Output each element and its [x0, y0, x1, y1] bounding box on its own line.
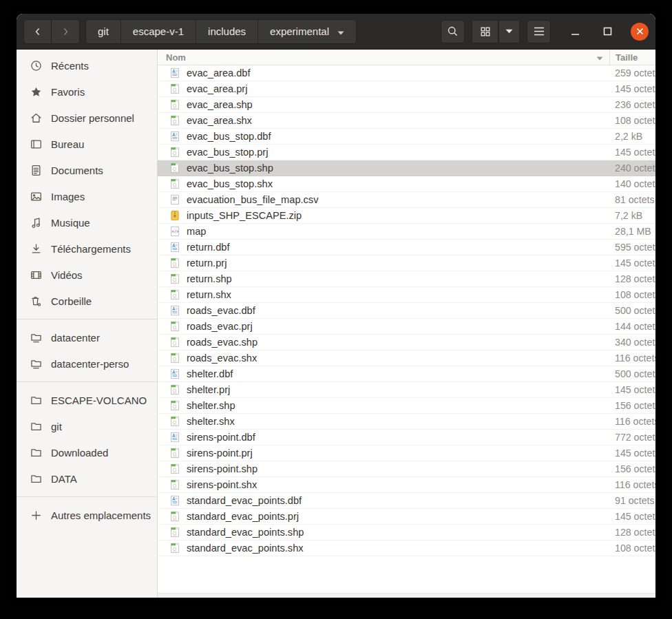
- shapefile-icon: [169, 321, 180, 332]
- file-row[interactable]: A sirens-point.dbf 772 octets: [158, 430, 655, 445]
- file-row[interactable]: sirens-point.prj 145 octets: [158, 445, 655, 461]
- file-size: 128 octets: [609, 527, 655, 538]
- sidebar-item-datacenter[interactable]: datacenter: [17, 324, 157, 350]
- file-row[interactable]: sirens-point.shx 116 octets: [158, 477, 655, 493]
- file-row[interactable]: inputs_SHP_ESCAPE.zip 7,2 kB: [158, 208, 655, 224]
- sidebar-item-musique[interactable]: Musique: [17, 209, 157, 235]
- file-row[interactable]: standard_evac_points.shp 128 octets: [158, 525, 655, 541]
- sidebar-item-git[interactable]: git: [17, 413, 157, 439]
- breadcrumb-item[interactable]: git: [86, 20, 120, 43]
- file-size: 108 octets: [609, 289, 655, 300]
- breadcrumb-item[interactable]: experimental: [258, 20, 356, 43]
- file-row[interactable]: A standard_evac_points.dbf 91 octets: [158, 493, 655, 509]
- svg-text:A: A: [172, 306, 176, 311]
- forward-button[interactable]: [52, 19, 80, 44]
- file-row[interactable]: evac_bus_stop.shx 140 octets: [158, 176, 655, 192]
- close-button[interactable]: [631, 23, 649, 41]
- sidebar-item-r-cents[interactable]: Récents: [17, 52, 157, 78]
- sidebar-item-label: Téléchargements: [51, 243, 131, 255]
- sidebar-item-t-l-chargements[interactable]: Téléchargements: [17, 235, 157, 262]
- zip-icon: [169, 210, 180, 221]
- trash-icon: [30, 295, 42, 307]
- breadcrumb-label: escape-v-1: [133, 25, 184, 37]
- file-row[interactable]: roads_evac.shp 340 octets: [158, 335, 655, 350]
- sidebar-item-bureau[interactable]: Bureau: [17, 131, 157, 157]
- breadcrumb-item[interactable]: includes: [196, 20, 258, 43]
- file-row[interactable]: shelter.shx 116 octets: [158, 414, 655, 430]
- file-size: 156 octets: [609, 400, 655, 411]
- file-row[interactable]: evac_area.prj 145 octets: [158, 81, 655, 97]
- file-row[interactable]: A evac_area.dbf 259 octets: [158, 65, 655, 81]
- file-row[interactable]: shelter.prj 145 octets: [158, 382, 655, 398]
- column-header-name[interactable]: Nom: [158, 50, 609, 65]
- file-row[interactable]: standard_evac_points.prj 145 octets: [158, 509, 655, 525]
- file-row[interactable]: A roads_evac.dbf 500 octets: [158, 303, 655, 319]
- horizontal-scrollbar[interactable]: [158, 593, 655, 598]
- file-name-cell: return.shx: [158, 289, 609, 300]
- sidebar-item-dossier-personnel[interactable]: Dossier personnel: [17, 105, 157, 131]
- file-name: evac_area.shp: [187, 99, 253, 110]
- sidebar-item-label: Vidéos: [51, 269, 83, 281]
- file-name: evac_area.prj: [187, 83, 247, 94]
- shapefile-icon: [169, 448, 180, 459]
- maximize-button[interactable]: [598, 23, 616, 41]
- sidebar-item-autres-emplacements[interactable]: Autres emplacements: [17, 502, 157, 528]
- file-name-cell: evac_bus_stop.prj: [158, 147, 609, 158]
- clock-icon: [30, 60, 42, 72]
- file-row[interactable]: return.shx 108 octets: [158, 287, 655, 303]
- sidebar-item-documents[interactable]: Documents: [17, 157, 157, 183]
- file-row[interactable]: evac_bus_stop.shp 240 octets: [158, 160, 655, 176]
- shapefile-icon: [169, 147, 180, 158]
- file-row[interactable]: return.shp 128 octets: [158, 271, 655, 287]
- grid-view-button[interactable]: [472, 20, 498, 43]
- sidebar-item-data[interactable]: DATA: [17, 465, 157, 492]
- search-button[interactable]: [441, 20, 465, 43]
- file-row[interactable]: roads_evac.prj 144 octets: [158, 319, 655, 335]
- file-row[interactable]: evac_area.shx 108 octets: [158, 113, 655, 129]
- sidebar-item-label: git: [51, 421, 62, 432]
- sidebar-item-downloaded[interactable]: Downloaded: [17, 439, 157, 465]
- file-row[interactable]: evacuation_bus_file_map.csv 81 octets: [158, 192, 655, 208]
- file-name-cell: </> map: [158, 226, 609, 237]
- view-options-dropdown[interactable]: [498, 20, 520, 43]
- sidebar-item-datacenter-perso[interactable]: datacenter-perso: [17, 350, 157, 377]
- file-name-cell: A evac_area.dbf: [158, 67, 609, 78]
- file-row[interactable]: A evac_bus_stop.dbf 2,2 kB: [158, 129, 655, 145]
- file-row[interactable]: evac_area.shp 236 octets: [158, 97, 655, 113]
- file-row[interactable]: </> map 28,1 MB: [158, 224, 655, 240]
- file-row[interactable]: A return.dbf 595 octets: [158, 240, 655, 255]
- file-size: 500 octets: [609, 368, 655, 379]
- file-row[interactable]: roads_evac.shx 116 octets: [158, 350, 655, 366]
- file-name: evac_bus_stop.dbf: [187, 131, 271, 142]
- back-button[interactable]: [23, 19, 52, 44]
- shapefile-icon: [169, 115, 180, 126]
- sidebar-item-vid-os[interactable]: Vidéos: [17, 262, 157, 288]
- breadcrumb-item[interactable]: escape-v-1: [120, 20, 196, 43]
- file-row[interactable]: shelter.shp 156 octets: [158, 398, 655, 414]
- sidebar-item-favoris[interactable]: Favoris: [17, 78, 157, 105]
- list-header: Nom Taille: [158, 50, 655, 65]
- file-size: 156 octets: [609, 463, 655, 474]
- file-size: 28,1 MB: [609, 226, 655, 237]
- file-row[interactable]: standard_evac_points.shx 108 octets: [158, 541, 655, 556]
- file-row[interactable]: sirens-point.shp 156 octets: [158, 461, 655, 477]
- shapefile-icon: [169, 273, 180, 284]
- sidebar-item-escape-volcano[interactable]: ESCAPE-VOLCANO: [17, 387, 157, 413]
- sidebar-item-corbeille[interactable]: Corbeille: [17, 288, 157, 314]
- dbf-icon: A: [169, 242, 180, 253]
- file-row[interactable]: A shelter.dbf 500 octets: [158, 366, 655, 382]
- sidebar-item-images[interactable]: Images: [17, 183, 157, 209]
- file-name-cell: A standard_evac_points.dbf: [158, 495, 609, 506]
- file-row[interactable]: return.prj 145 octets: [158, 255, 655, 271]
- column-header-size[interactable]: Taille: [609, 50, 655, 65]
- dbf-icon: A: [169, 131, 180, 142]
- minimize-button[interactable]: [566, 23, 584, 41]
- svg-text:A: A: [172, 433, 176, 438]
- file-name-cell: evac_area.prj: [158, 83, 609, 94]
- file-name-cell: evac_area.shp: [158, 99, 609, 110]
- column-size-label: Taille: [616, 52, 638, 63]
- file-name: evac_bus_stop.prj: [187, 147, 268, 158]
- menu-button[interactable]: [527, 20, 551, 43]
- file-row[interactable]: evac_bus_stop.prj 145 octets: [158, 145, 655, 160]
- svg-text:A: A: [172, 370, 176, 375]
